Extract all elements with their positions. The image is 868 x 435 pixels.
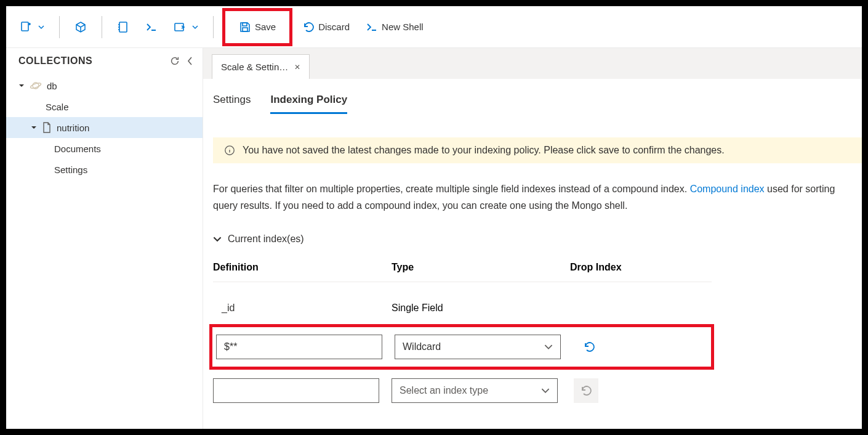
sidebar: COLLECTIONS db Scale nutrit xyxy=(6,48,203,429)
table-row: Wildcard xyxy=(216,335,707,359)
desc-pre: For queries that filter on multiple prop… xyxy=(213,184,690,194)
th-definition: Definition xyxy=(213,262,392,273)
collection-label: nutrition xyxy=(57,123,89,133)
tree-collection[interactable]: nutrition xyxy=(6,117,203,138)
new-shell-label: New Shell xyxy=(382,22,424,32)
wildcard-highlight-box: Wildcard xyxy=(209,324,714,370)
section-header[interactable]: Current index(es) xyxy=(213,234,862,245)
document-plus-icon xyxy=(20,21,32,33)
notebook-btn[interactable] xyxy=(111,14,135,41)
sub-tabs: Settings Indexing Policy xyxy=(213,94,862,114)
main-content: Settings Indexing Policy You have not sa… xyxy=(203,79,862,405)
documents-label: Documents xyxy=(54,144,101,154)
definition-input[interactable] xyxy=(213,378,379,403)
section-title: Current index(es) xyxy=(228,234,304,245)
cube-icon xyxy=(74,21,87,33)
cell-type: Single Field xyxy=(392,303,570,314)
discard-label: Discard xyxy=(318,22,350,32)
undo-icon xyxy=(583,341,595,353)
th-type: Type xyxy=(392,262,570,273)
top-toolbar: Save Discard New Shell xyxy=(6,6,862,48)
description: For queries that filter on multiple prop… xyxy=(213,181,862,214)
tab-label: Scale & Settin… xyxy=(221,62,288,72)
settings-label: Settings xyxy=(54,165,87,175)
subtab-indexing[interactable]: Indexing Policy xyxy=(270,94,347,114)
chevron-down-icon xyxy=(544,343,553,351)
planet-icon xyxy=(30,79,42,92)
tree-settings[interactable]: Settings xyxy=(6,159,203,180)
divider xyxy=(59,16,60,38)
tree-documents[interactable]: Documents xyxy=(6,138,203,159)
undo-icon xyxy=(302,21,315,33)
document-icon xyxy=(42,122,52,133)
compound-index-link[interactable]: Compound index xyxy=(690,184,765,194)
save-label: Save xyxy=(255,22,276,32)
folder-open-icon xyxy=(174,21,186,33)
cell-definition: _id xyxy=(213,303,392,314)
th-drop: Drop Index xyxy=(570,262,712,273)
terminal-icon xyxy=(145,21,158,33)
type-placeholder: Select an index type xyxy=(400,385,488,396)
definition-input[interactable] xyxy=(216,335,382,359)
caret-down-icon xyxy=(31,124,37,131)
save-highlight-box: Save xyxy=(222,8,292,46)
svg-rect-3 xyxy=(243,23,247,26)
discard-button[interactable]: Discard xyxy=(296,14,356,41)
sidebar-header: COLLECTIONS xyxy=(6,48,203,73)
caret-down-icon xyxy=(18,83,25,89)
sidebar-title: COLLECTIONS xyxy=(18,55,92,67)
table-row: _id Single Field xyxy=(213,293,712,323)
app-frame: Save Discard New Shell COLLECTIONS xyxy=(6,6,862,429)
divider xyxy=(213,16,214,38)
svg-rect-1 xyxy=(119,22,127,32)
body-row: COLLECTIONS db Scale nutrit xyxy=(6,48,862,429)
subtab-settings[interactable]: Settings xyxy=(213,94,251,114)
notebook-icon xyxy=(117,21,129,33)
chevron-down-icon xyxy=(192,24,198,30)
svg-point-6 xyxy=(30,82,42,89)
tree-scale[interactable]: Scale xyxy=(6,96,203,117)
new-shell-button[interactable]: New Shell xyxy=(360,14,430,41)
terminal-icon xyxy=(366,21,378,33)
svg-rect-4 xyxy=(243,28,247,31)
type-select[interactable]: Wildcard xyxy=(395,335,561,359)
close-icon[interactable]: ✕ xyxy=(294,63,300,71)
tab-scale-settings[interactable]: Scale & Settin… ✕ xyxy=(212,54,310,79)
shell-btn[interactable] xyxy=(139,14,164,41)
chevron-down-icon xyxy=(38,24,44,30)
open-btn[interactable] xyxy=(167,14,204,41)
type-select[interactable]: Select an index type xyxy=(392,378,558,403)
drop-index-button-disabled xyxy=(574,378,598,403)
svg-rect-0 xyxy=(22,22,28,31)
refresh-icon[interactable] xyxy=(169,55,180,67)
tree: db Scale nutrition Documents Settings xyxy=(6,73,203,180)
svg-rect-2 xyxy=(175,23,183,31)
scale-label: Scale xyxy=(46,102,69,112)
chevron-down-icon xyxy=(541,386,550,395)
drop-index-button[interactable] xyxy=(577,335,601,359)
info-icon xyxy=(224,145,235,156)
db-label: db xyxy=(47,81,57,91)
warning-banner: You have not saved the latest changes ma… xyxy=(213,137,862,163)
tree-db[interactable]: db xyxy=(6,75,203,96)
collapse-icon[interactable] xyxy=(187,56,194,66)
table-row: Select an index type xyxy=(213,376,712,405)
save-icon xyxy=(239,21,251,33)
divider xyxy=(102,16,102,38)
chevron-down-icon xyxy=(213,235,222,243)
tab-bar: Scale & Settin… ✕ xyxy=(203,48,862,79)
cube-btn[interactable] xyxy=(68,14,93,41)
warning-text: You have not saved the latest changes ma… xyxy=(243,145,725,156)
index-table: Definition Type Drop Index _id Single Fi… xyxy=(213,262,712,405)
new-btn[interactable] xyxy=(14,14,50,41)
type-value: Wildcard xyxy=(403,341,441,352)
table-header-row: Definition Type Drop Index xyxy=(213,262,712,282)
save-button[interactable]: Save xyxy=(230,14,284,41)
main: Scale & Settin… ✕ Settings Indexing Poli… xyxy=(203,48,862,429)
undo-icon xyxy=(580,384,592,397)
